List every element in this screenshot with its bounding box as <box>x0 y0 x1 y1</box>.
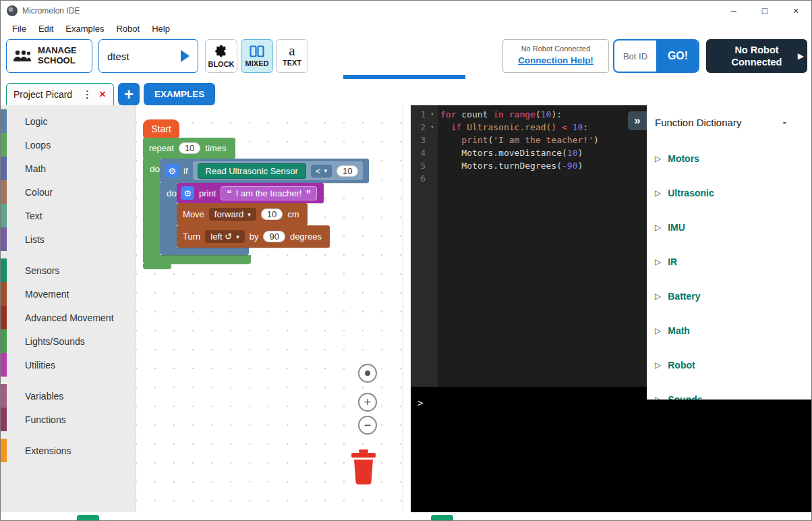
code-editor[interactable]: 1▾for count in range(10):2▾ if Ultrasoni… <box>411 105 647 387</box>
manage-school-label: MANAGE SCHOOL <box>38 46 86 66</box>
start-block[interactable]: Start <box>143 119 179 138</box>
code-text <box>438 172 440 185</box>
dictionary-collapse-button[interactable]: - <box>783 116 786 128</box>
repeat-block-header[interactable]: repeat 10 times <box>143 138 235 159</box>
move-block[interactable]: Move forward ▾ 10 cm <box>177 203 308 225</box>
string-block[interactable]: “ I am the teacher! ” <box>221 186 317 200</box>
compare-operator-dropdown[interactable]: < ▾ <box>311 165 332 177</box>
repeat-block[interactable]: repeat 10 times do ⚙ if Read Ultrasonic … <box>143 138 403 269</box>
project-close-icon[interactable]: × <box>96 88 109 101</box>
zoom-out-button[interactable]: − <box>358 416 377 435</box>
code-line[interactable]: 5 Motors.turnDegrees(-90) <box>411 159 647 172</box>
code-line[interactable]: 1▾for count in range(10): <box>411 108 647 121</box>
project-menu-icon[interactable]: ⋮ <box>79 88 96 101</box>
add-project-button[interactable]: + <box>118 83 140 105</box>
trash-icon[interactable] <box>349 449 378 487</box>
manage-school-button[interactable]: MANAGE SCHOOL <box>6 39 92 73</box>
palette-category-utilities[interactable]: Utilities <box>1 353 136 377</box>
string-value[interactable]: I am the teacher! <box>236 188 302 198</box>
dictionary-item-sounds[interactable]: ▷Sounds <box>655 393 812 400</box>
mode-text-button[interactable]: a TEXT <box>276 39 308 73</box>
dictionary-expand-button[interactable]: » <box>628 111 647 130</box>
robot-status-button[interactable]: No Robot Connected ▶ <box>706 39 807 73</box>
category-label: Loops <box>25 140 51 150</box>
repeat-count-field[interactable]: 10 <box>179 142 200 154</box>
dictionary-list: ▷Motors▷Ultrasonic▷IMU▷IR▷Battery▷Math▷R… <box>655 152 812 400</box>
line-number: 1 <box>411 108 427 121</box>
console[interactable]: > <box>411 387 812 512</box>
mutator-gear-icon[interactable]: ⚙ <box>165 164 179 177</box>
menu-edit[interactable]: Edit <box>32 24 59 34</box>
dictionary-item-imu[interactable]: ▷IMU <box>655 221 812 234</box>
palette-category-text[interactable]: Text <box>1 204 136 227</box>
ultrasonic-sensor-block[interactable]: Read Ultrasonic Sensor <box>198 163 306 179</box>
code-line[interactable]: 3 print('I am the teacher!') <box>411 134 647 146</box>
partial-button[interactable] <box>77 515 99 521</box>
dictionary-item-battery[interactable]: ▷Battery <box>655 290 812 303</box>
palette-category-sensors[interactable]: Sensors <box>1 258 136 282</box>
compare-block[interactable]: Read Ultrasonic Sensor < ▾ 10 <box>193 161 364 180</box>
go-button[interactable]: GO! <box>658 40 698 72</box>
print-block[interactable]: ⚙ print “ I am the teacher! ” <box>177 183 324 203</box>
turn-direction-dropdown[interactable]: left ↺ ▾ <box>205 230 244 243</box>
connection-help-link[interactable]: Connection Help! <box>518 55 593 65</box>
palette-category-lists[interactable]: Lists <box>1 227 136 251</box>
if-block[interactable]: ⚙ if Read Ultrasonic Sensor < ▾ 10 <box>160 159 403 255</box>
project-select[interactable]: dtest <box>98 39 198 73</box>
maximize-button[interactable]: □ <box>749 1 780 21</box>
line-number: 6 <box>411 172 427 185</box>
if-block-foot[interactable] <box>160 248 249 255</box>
dictionary-item-ultrasonic[interactable]: ▷Ultrasonic <box>655 186 812 200</box>
palette-category-movement[interactable]: Movement <box>1 282 136 306</box>
palette-category-math[interactable]: Math <box>1 157 136 180</box>
bot-id-field[interactable]: Bot ID <box>614 40 658 72</box>
code-text: for count in range(10): <box>438 108 562 121</box>
palette-category-variables[interactable]: Variables <box>1 384 136 408</box>
blockly-workspace[interactable]: Start repeat 10 times do ⚙ if <box>136 105 403 512</box>
fold-marker-icon[interactable]: ▾ <box>427 108 438 121</box>
block-program[interactable]: Start repeat 10 times do ⚙ if <box>143 119 403 269</box>
zoom-in-button[interactable]: + <box>358 393 377 412</box>
mode-mixed-button[interactable]: MIXED <box>241 39 273 73</box>
zoom-reset-button[interactable] <box>358 364 377 383</box>
code-line[interactable]: 2▾ if Ultrasonic.read() < 10: <box>411 121 647 134</box>
palette: LogicLoopsMathColourTextListsSensorsMove… <box>1 105 136 512</box>
fold-marker-icon[interactable]: ▾ <box>427 121 438 134</box>
turn-block[interactable]: Turn left ↺ ▾ by 90 degrees <box>177 225 330 248</box>
move-direction-dropdown[interactable]: forward ▾ <box>209 208 256 221</box>
robot-status-label: No Robot Connected <box>719 44 794 68</box>
palette-category-loops[interactable]: Loops <box>1 133 136 157</box>
palette-category-extensions[interactable]: Extensions <box>1 439 136 462</box>
palette-category-lights-sounds[interactable]: Lights/Sounds <box>1 329 136 353</box>
mode-block-button[interactable]: BLOCK <box>205 39 237 73</box>
dictionary-item-robot[interactable]: ▷Robot <box>655 358 812 372</box>
menu-help[interactable]: Help <box>146 24 176 34</box>
mutator-gear-icon[interactable]: ⚙ <box>181 186 194 200</box>
if-block-header[interactable]: ⚙ if Read Ultrasonic Sensor < ▾ 10 <box>160 159 369 183</box>
close-button[interactable]: × <box>780 1 811 21</box>
expand-triangle-icon: ▷ <box>655 188 661 198</box>
dictionary-item-motors[interactable]: ▷Motors <box>655 152 812 165</box>
palette-category-functions[interactable]: Functions <box>1 408 136 431</box>
code-line[interactable]: 4 Motors.moveDistance(10) <box>411 146 647 159</box>
repeat-block-stub[interactable] <box>143 264 171 269</box>
project-tab[interactable]: Project Picard ⋮ × <box>6 83 114 105</box>
examples-button[interactable]: EXAMPLES <box>144 83 215 105</box>
minimize-button[interactable]: – <box>718 1 749 21</box>
partial-button[interactable] <box>431 515 453 521</box>
compare-value-field[interactable]: 10 <box>337 165 358 177</box>
menu-file[interactable]: File <box>6 24 32 34</box>
menu-examples[interactable]: Examples <box>59 24 110 34</box>
repeat-block-foot[interactable] <box>143 255 251 264</box>
menu-robot[interactable]: Robot <box>110 24 146 34</box>
turn-degrees-field[interactable]: 90 <box>263 231 285 242</box>
dictionary-item-ir[interactable]: ▷IR <box>655 255 812 269</box>
move-distance-field[interactable]: 10 <box>261 209 283 220</box>
dictionary-item-math[interactable]: ▷Math <box>655 324 812 337</box>
palette-category-advanced-movement[interactable]: Advanced Movement <box>1 306 136 329</box>
palette-category-colour[interactable]: Colour <box>1 180 136 204</box>
palette-group: VariablesFunctions <box>1 384 136 431</box>
code-line[interactable]: 6 <box>411 172 647 185</box>
palette-category-logic[interactable]: Logic <box>1 109 136 133</box>
title-bar: Micromelon IDE – □ × <box>1 1 811 21</box>
